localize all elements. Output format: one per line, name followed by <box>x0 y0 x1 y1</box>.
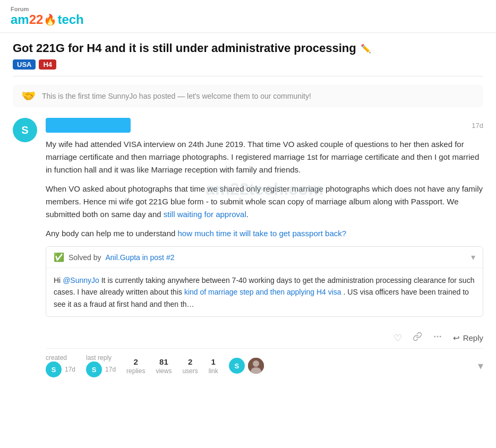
reply-label: Reply <box>463 333 483 342</box>
last-reply-section: last reply S 17d <box>86 354 116 377</box>
post-time: 17d <box>472 122 483 130</box>
reply-icon: ↩ <box>453 333 460 343</box>
created-label: created <box>46 354 67 361</box>
created-avatar: S <box>46 361 62 377</box>
footer-avatars: S <box>229 358 264 374</box>
post-header: 17d <box>46 118 483 133</box>
paragraph-2: When VO asked about photographs that tim… <box>46 183 483 221</box>
solved-content: Hi @SunnyJo It is currently taking anywh… <box>46 268 483 316</box>
logo-tech: tech <box>57 13 83 26</box>
reply-button[interactable]: ↩ Reply <box>453 333 483 343</box>
divider <box>13 76 483 76</box>
last-reply-label: last reply <box>86 354 112 361</box>
welcome-text: This is the first time SunnyJo has poste… <box>42 92 311 100</box>
svg-point-1 <box>437 336 438 338</box>
solved-header: ✅ Solved by Anil.Gupta in post #2 ▾ <box>46 247 483 268</box>
more-icon[interactable] <box>433 332 442 344</box>
svg-point-0 <box>434 336 435 338</box>
check-icon: ✅ <box>54 252 64 262</box>
page-wrapper: Forum am22🔥tech Got 221G for H4 and it i… <box>0 0 496 408</box>
author-avatar[interactable]: S <box>13 118 37 142</box>
action-bar: ♡ ↩ Reply <box>46 325 483 348</box>
logo-area[interactable]: Forum am22🔥tech <box>11 6 485 26</box>
solved-intro: Hi <box>54 276 61 285</box>
logo-am: am <box>11 13 29 26</box>
post-card: S 17d am22tech.com My wife had attended … <box>13 118 483 391</box>
users-label: users <box>182 367 198 375</box>
created-row: S 17d <box>46 361 75 377</box>
post-title-text: Got 221G for H4 and it is still under ad… <box>13 41 356 55</box>
approval-link[interactable]: still waiting for approval <box>164 210 246 219</box>
logo-22: 22 <box>29 13 44 26</box>
solved-label: ✅ Solved by Anil.Gupta in post #2 <box>54 252 174 262</box>
svg-point-2 <box>439 336 441 338</box>
fire-icon: 🔥 <box>44 14 57 25</box>
views-stat: 81 views <box>156 357 172 375</box>
link-label: link <box>209 367 218 375</box>
created-section: created S 17d <box>46 354 75 377</box>
created-time: 17d <box>65 366 75 373</box>
post-text: My wife had attended VISA interview on 2… <box>46 138 483 240</box>
last-reply-avatar: S <box>86 361 102 377</box>
post-tags: USA H4 <box>13 59 483 70</box>
views-count: 81 <box>159 357 168 366</box>
solved-link[interactable]: Anil.Gupta in post #2 <box>105 253 174 262</box>
site-header: Forum am22🔥tech <box>0 0 496 33</box>
chevron-down-icon[interactable]: ▾ <box>471 252 475 262</box>
users-stat: 2 users <box>182 357 198 375</box>
user-avatar-s[interactable]: S <box>229 358 245 374</box>
expand-button[interactable]: ▾ <box>478 359 483 372</box>
replies-count: 2 <box>134 357 138 366</box>
solved-box: ✅ Solved by Anil.Gupta in post #2 ▾ Hi @… <box>46 246 483 317</box>
footer-row: created S 17d last reply S 17d <box>46 348 483 383</box>
username-bar[interactable] <box>46 118 131 133</box>
link-count: 1 <box>211 357 216 366</box>
post-text-wrapper: am22tech.com My wife had attended VISA i… <box>46 138 483 240</box>
tag-h4[interactable]: H4 <box>39 59 56 70</box>
question-link[interactable]: how much time it will take to get passpo… <box>178 229 347 238</box>
last-reply-row: S 17d <box>86 361 116 377</box>
users-count: 2 <box>188 357 192 366</box>
forum-label: Forum <box>11 6 84 12</box>
post-body: 17d am22tech.com My wife had attended VI… <box>46 118 483 383</box>
views-label: views <box>156 367 172 375</box>
solved-by-text: Solved by <box>69 253 101 262</box>
link-icon[interactable] <box>413 332 422 344</box>
welcome-banner: 🤝 This is the first time SunnyJo has pos… <box>13 85 483 107</box>
replies-stat: 2 replies <box>126 357 145 375</box>
main-content: Got 221G for H4 and it is still under ad… <box>0 33 496 408</box>
link-stat: 1 link <box>209 357 218 375</box>
paragraph-1: My wife had attended VISA interview on 2… <box>46 138 483 176</box>
replies-label: replies <box>126 367 145 375</box>
site-logo: am22🔥tech <box>11 13 84 26</box>
svg-point-4 <box>253 360 259 367</box>
edit-icon[interactable]: ✏️ <box>361 44 371 54</box>
tag-usa[interactable]: USA <box>13 59 36 70</box>
mention[interactable]: @SunnyJo <box>63 276 99 285</box>
marriage-link[interactable]: kind of marriage step and then applying … <box>184 288 341 296</box>
like-icon[interactable]: ♡ <box>394 332 402 344</box>
post-title: Got 221G for H4 and it is still under ad… <box>13 41 483 55</box>
last-reply-time: 17d <box>105 366 116 373</box>
handshake-icon: 🤝 <box>21 89 36 103</box>
paragraph-3: Any body can help me to understand how m… <box>46 227 483 240</box>
user-avatar-img[interactable] <box>248 358 264 374</box>
